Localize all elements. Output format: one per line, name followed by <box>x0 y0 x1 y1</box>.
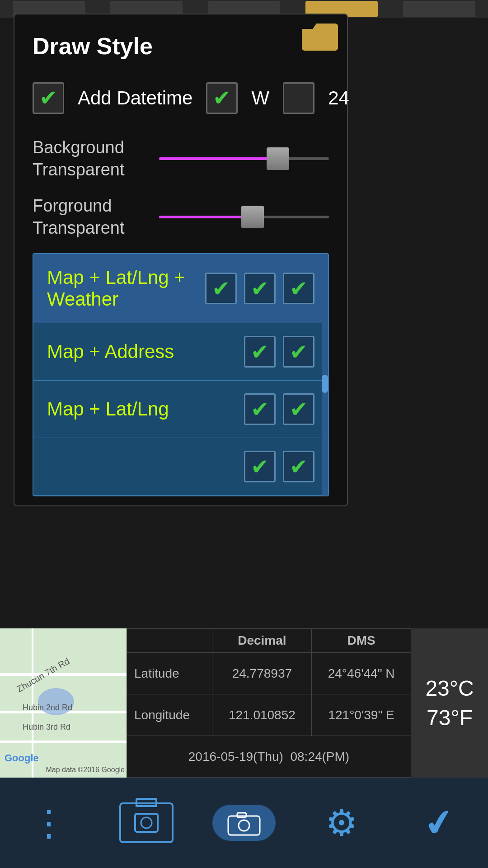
datetime-value: 2016-05-19(Thu) 08:24(PM) <box>127 736 411 778</box>
folder-icon <box>302 24 338 51</box>
option-map-lat-checkboxes: ✔ ✔ <box>244 393 314 425</box>
svg-rect-0 <box>135 814 158 832</box>
scrollbar-thumb[interactable] <box>322 375 328 393</box>
map-road-label-2: Hubin 2nd Rd <box>23 703 72 712</box>
svg-point-3 <box>239 820 249 831</box>
weather-panel: 23°C 73°F <box>411 628 488 778</box>
temp-celsius: 23°C <box>425 676 474 701</box>
photo-button[interactable] <box>115 791 178 854</box>
dialog-title: Draw Style <box>33 33 329 60</box>
latitude-row: Latitude 24.778937 24°46'44" N <box>127 653 411 694</box>
map-preview: Google Map data ©2016 Google Zhucun 7th … <box>0 628 127 778</box>
info-panel: Decimal DMS Latitude 24.778937 24°46'44"… <box>127 628 411 778</box>
latitude-label: Latitude <box>127 653 212 694</box>
opt-cb-3[interactable]: ✔ <box>283 273 314 304</box>
photo-icon <box>119 802 174 843</box>
col-dms: DMS <box>312 629 411 653</box>
opt-lat-cb-1[interactable]: ✔ <box>244 393 276 425</box>
opt-lat-cb-2[interactable]: ✔ <box>283 393 314 425</box>
map-google-logo: Google <box>5 752 39 764</box>
svg-rect-4 <box>237 813 246 817</box>
longitude-label: Longitude <box>127 694 212 736</box>
option-map-lat-weather-label: Map + Lat/Lng + Weather <box>47 267 205 310</box>
opt-only-cb-2[interactable]: ✔ <box>283 451 314 482</box>
draw-style-dialog: Draw Style ✔ Add Datetime ✔ W 24 Backgro… <box>14 14 348 506</box>
opt-only-cb-1[interactable]: ✔ <box>244 451 276 482</box>
bg-transparent-row: Background Transparent <box>33 137 329 181</box>
opt-addr-cb-1[interactable]: ✔ <box>244 336 276 368</box>
col-empty <box>127 629 212 653</box>
draw-style-options-list: Map + Lat/Lng + Weather ✔ ✔ ✔ Map + Addr… <box>33 253 329 496</box>
top-bar-btn-5[interactable] <box>403 1 475 17</box>
longitude-decimal: 121.010852 <box>212 694 312 736</box>
menu-button[interactable]: ⋮ <box>17 791 80 854</box>
fg-transparent-slider[interactable] <box>159 203 329 231</box>
map-road-label-3: Hubin 3rd Rd <box>23 722 70 732</box>
opt-cb-1[interactable]: ✔ <box>205 273 237 304</box>
24-checkbox[interactable] <box>283 82 314 114</box>
option-map-only-checkboxes: ✔ ✔ <box>244 451 314 482</box>
scrollbar[interactable] <box>322 254 328 495</box>
bottom-preview: Google Map data ©2016 Google Zhucun 7th … <box>0 628 488 778</box>
camera-button[interactable] <box>212 791 276 854</box>
opt-addr-cb-2[interactable]: ✔ <box>283 336 314 368</box>
datetime-row: 2016-05-19(Thu) 08:24(PM) <box>127 736 411 778</box>
option-map-lat-weather-checkboxes: ✔ ✔ ✔ <box>205 273 314 304</box>
col-decimal: Decimal <box>212 629 312 653</box>
gear-icon: ⚙ <box>325 802 358 844</box>
bg-transparent-label: Background Transparent <box>33 137 159 181</box>
option-map-address-checkboxes: ✔ ✔ <box>244 336 314 368</box>
w-label: W <box>251 87 269 109</box>
option-map-address-label: Map + Address <box>47 341 244 363</box>
24-label: 24 <box>328 87 349 109</box>
confirm-button[interactable]: ✔ <box>408 791 471 854</box>
latitude-dms: 24°46'44" N <box>312 653 411 694</box>
bottom-toolbar: ⋮ ⚙ ✔ <box>0 778 488 868</box>
check-icon: ✔ <box>421 799 458 846</box>
svg-point-1 <box>141 817 152 828</box>
photo-svg <box>133 811 160 834</box>
option-map-address[interactable]: Map + Address ✔ ✔ <box>33 323 328 381</box>
option-map-only[interactable]: ✔ ✔ <box>33 438 328 495</box>
map-road-1 <box>0 673 127 676</box>
add-datetime-label: Add Datetime <box>78 87 192 109</box>
map-road-3 <box>0 741 127 743</box>
option-map-lat-weather[interactable]: Map + Lat/Lng + Weather ✔ ✔ ✔ <box>33 254 328 323</box>
settings-button[interactable]: ⚙ <box>310 791 373 854</box>
option-map-lat-label: Map + Lat/Lng <box>47 398 244 420</box>
camera-svg <box>226 809 262 836</box>
option-map-lat[interactable]: Map + Lat/Lng ✔ ✔ <box>33 381 328 438</box>
temp-fahrenheit: 73°F <box>427 705 473 730</box>
info-table: Decimal DMS Latitude 24.778937 24°46'44"… <box>127 628 411 778</box>
add-datetime-checkbox[interactable]: ✔ <box>33 82 64 114</box>
latitude-decimal: 24.778937 <box>212 653 312 694</box>
longitude-row: Longitude 121.010852 121°0'39" E <box>127 694 411 736</box>
menu-icon: ⋮ <box>31 802 67 844</box>
add-datetime-row: ✔ Add Datetime ✔ W 24 <box>33 82 329 114</box>
opt-cb-2[interactable]: ✔ <box>244 273 276 304</box>
camera-icon <box>212 805 276 841</box>
bg-transparent-slider[interactable] <box>159 145 329 172</box>
fg-transparent-row: Forground Transparent <box>33 195 329 240</box>
w-checkbox[interactable]: ✔ <box>206 82 238 114</box>
map-copyright: Map data ©2016 Google <box>46 766 125 774</box>
svg-rect-2 <box>228 816 260 835</box>
fg-transparent-label: Forground Transparent <box>33 195 159 240</box>
longitude-dms: 121°0'39" E <box>312 694 411 736</box>
